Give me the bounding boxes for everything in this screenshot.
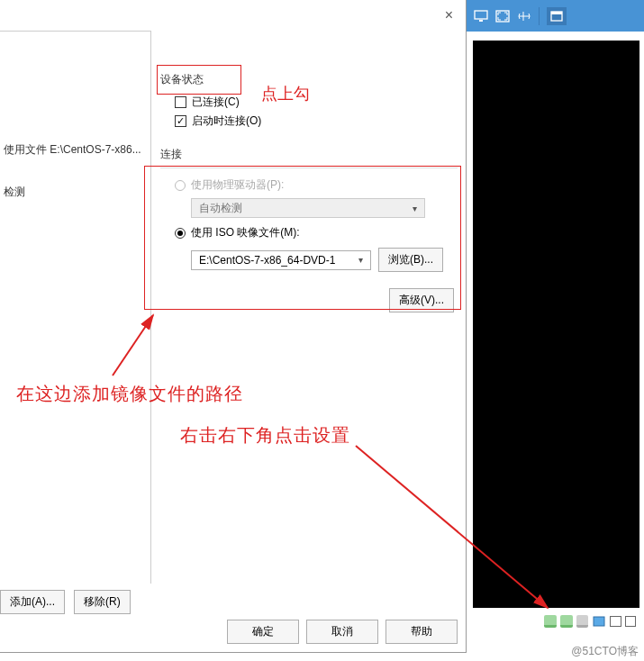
add-hardware-button[interactable]: 添加(A)... <box>0 590 65 614</box>
device-status-title: 设备状态 <box>160 72 458 87</box>
help-button[interactable]: 帮助 <box>385 620 458 644</box>
connected-label: 已连接(C) <box>192 95 240 110</box>
connect-at-poweron-checkbox[interactable] <box>175 115 186 127</box>
stretch-icon[interactable] <box>517 10 531 23</box>
vm-console-background <box>473 41 639 608</box>
use-physical-radio <box>175 180 186 191</box>
use-iso-radio[interactable] <box>175 228 186 239</box>
close-icon[interactable]: × <box>440 4 458 27</box>
hard-disk-icon[interactable] <box>544 615 557 628</box>
ok-button[interactable]: 确定 <box>227 620 299 644</box>
network-adapter-icon[interactable] <box>592 615 606 628</box>
use-iso-label: 使用 ISO 映像文件(M): <box>191 225 300 240</box>
physical-drive-value: 自动检测 <box>199 201 242 216</box>
device-status-group: 设备状态 已连接(C) 启动时连接(O) <box>160 72 458 131</box>
hardware-item-iso[interactable]: 使用文件 E:\CentOS-7-x86... <box>4 140 145 160</box>
svg-rect-4 <box>551 12 562 14</box>
iso-path-select[interactable]: E:\CentOS-7-x86_64-DVD-1 ▾ <box>191 250 371 270</box>
watermark: @51CTO博客 <box>571 644 639 659</box>
device-config-panel: 设备状态 已连接(C) 启动时连接(O) 连接 使用物理驱动器(P): <box>160 72 458 329</box>
svg-rect-0 <box>475 11 487 19</box>
connected-checkbox[interactable] <box>175 96 186 108</box>
fit-screen-icon[interactable] <box>495 10 510 23</box>
connect-at-poweron-label: 启动时连接(O) <box>192 113 261 129</box>
chevron-down-icon: ▾ <box>413 204 417 213</box>
iso-path-value: E:\CentOS-7-x86_64-DVD-1 <box>199 254 335 267</box>
physical-drive-select: 自动检测 ▾ <box>191 198 425 218</box>
remove-hardware-button[interactable]: 移除(R) <box>74 590 131 614</box>
toolbar-separator <box>539 7 540 25</box>
vm-settings-dialog: × 使用文件 E:\CentOS-7-x86... 检测 添加(A)... 移除… <box>0 0 467 653</box>
cd-dvd-icon[interactable] <box>560 615 573 628</box>
use-physical-label: 使用物理驱动器(P): <box>191 177 284 193</box>
chevron-down-icon[interactable]: ▾ <box>358 255 363 265</box>
svg-rect-7 <box>594 617 604 626</box>
vm-status-tray[interactable] <box>540 612 639 630</box>
monitor-icon[interactable] <box>474 10 488 23</box>
browse-button[interactable]: 浏览(B)... <box>378 248 443 272</box>
sound-icon[interactable] <box>625 616 636 627</box>
connection-group: 连接 使用物理驱动器(P): 自动检测 ▾ 使用 ISO 映像文件(M): <box>160 147 458 312</box>
advanced-button[interactable]: 高级(V)... <box>389 288 454 312</box>
floppy-icon[interactable] <box>576 615 589 628</box>
svg-rect-1 <box>479 20 483 22</box>
hardware-list-panel: 使用文件 E:\CentOS-7-x86... 检测 <box>0 31 151 584</box>
vmware-top-toolbar <box>467 0 644 32</box>
connection-title: 连接 <box>160 147 458 162</box>
cancel-button[interactable]: 取消 <box>306 620 378 644</box>
hardware-item-detect[interactable]: 检测 <box>4 182 145 203</box>
usb-icon[interactable] <box>610 616 621 627</box>
fullscreen-icon[interactable] <box>547 7 567 25</box>
